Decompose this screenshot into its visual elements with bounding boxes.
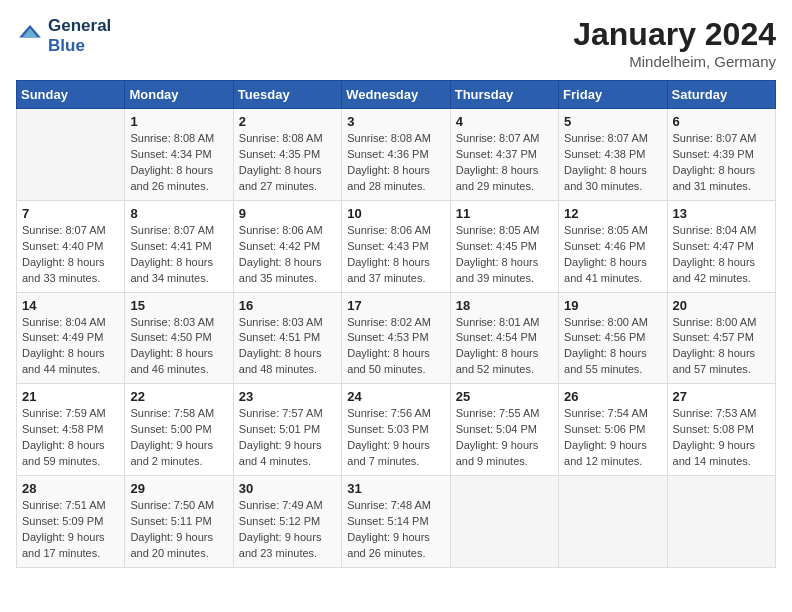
day-detail: Sunrise: 8:00 AMSunset: 4:57 PMDaylight:… [673, 315, 770, 379]
subtitle: Mindelheim, Germany [573, 53, 776, 70]
page-header: General Blue January 2024 Mindelheim, Ge… [16, 16, 776, 70]
day-cell: 19Sunrise: 8:00 AMSunset: 4:56 PMDayligh… [559, 292, 667, 384]
title-block: January 2024 Mindelheim, Germany [573, 16, 776, 70]
day-cell: 15Sunrise: 8:03 AMSunset: 4:50 PMDayligh… [125, 292, 233, 384]
day-cell: 29Sunrise: 7:50 AMSunset: 5:11 PMDayligh… [125, 476, 233, 568]
day-cell: 14Sunrise: 8:04 AMSunset: 4:49 PMDayligh… [17, 292, 125, 384]
day-detail: Sunrise: 8:07 AMSunset: 4:37 PMDaylight:… [456, 131, 553, 195]
day-detail: Sunrise: 8:08 AMSunset: 4:35 PMDaylight:… [239, 131, 336, 195]
week-row-4: 21Sunrise: 7:59 AMSunset: 4:58 PMDayligh… [17, 384, 776, 476]
day-cell: 22Sunrise: 7:58 AMSunset: 5:00 PMDayligh… [125, 384, 233, 476]
day-number: 21 [22, 389, 119, 404]
day-detail: Sunrise: 7:58 AMSunset: 5:00 PMDaylight:… [130, 406, 227, 470]
day-number: 23 [239, 389, 336, 404]
week-row-3: 14Sunrise: 8:04 AMSunset: 4:49 PMDayligh… [17, 292, 776, 384]
day-number: 9 [239, 206, 336, 221]
day-cell: 5Sunrise: 8:07 AMSunset: 4:38 PMDaylight… [559, 109, 667, 201]
day-cell: 2Sunrise: 8:08 AMSunset: 4:35 PMDaylight… [233, 109, 341, 201]
day-number: 3 [347, 114, 444, 129]
day-detail: Sunrise: 8:08 AMSunset: 4:36 PMDaylight:… [347, 131, 444, 195]
day-number: 13 [673, 206, 770, 221]
day-number: 6 [673, 114, 770, 129]
day-detail: Sunrise: 8:08 AMSunset: 4:34 PMDaylight:… [130, 131, 227, 195]
logo: General Blue [16, 16, 111, 55]
day-number: 30 [239, 481, 336, 496]
day-number: 2 [239, 114, 336, 129]
day-detail: Sunrise: 8:07 AMSunset: 4:41 PMDaylight:… [130, 223, 227, 287]
day-detail: Sunrise: 8:03 AMSunset: 4:50 PMDaylight:… [130, 315, 227, 379]
day-detail: Sunrise: 7:49 AMSunset: 5:12 PMDaylight:… [239, 498, 336, 562]
day-number: 20 [673, 298, 770, 313]
col-header-monday: Monday [125, 81, 233, 109]
day-number: 5 [564, 114, 661, 129]
day-number: 4 [456, 114, 553, 129]
day-cell [17, 109, 125, 201]
logo-icon [16, 22, 44, 50]
day-number: 11 [456, 206, 553, 221]
day-number: 29 [130, 481, 227, 496]
day-detail: Sunrise: 8:05 AMSunset: 4:45 PMDaylight:… [456, 223, 553, 287]
day-detail: Sunrise: 8:06 AMSunset: 4:42 PMDaylight:… [239, 223, 336, 287]
day-detail: Sunrise: 7:51 AMSunset: 5:09 PMDaylight:… [22, 498, 119, 562]
day-cell [450, 476, 558, 568]
col-header-saturday: Saturday [667, 81, 775, 109]
day-cell: 24Sunrise: 7:56 AMSunset: 5:03 PMDayligh… [342, 384, 450, 476]
day-detail: Sunrise: 8:00 AMSunset: 4:56 PMDaylight:… [564, 315, 661, 379]
day-number: 14 [22, 298, 119, 313]
day-number: 7 [22, 206, 119, 221]
day-cell: 18Sunrise: 8:01 AMSunset: 4:54 PMDayligh… [450, 292, 558, 384]
col-header-wednesday: Wednesday [342, 81, 450, 109]
logo-text: General Blue [48, 16, 111, 55]
day-number: 18 [456, 298, 553, 313]
day-number: 1 [130, 114, 227, 129]
main-title: January 2024 [573, 16, 776, 53]
day-detail: Sunrise: 8:03 AMSunset: 4:51 PMDaylight:… [239, 315, 336, 379]
day-number: 26 [564, 389, 661, 404]
day-number: 15 [130, 298, 227, 313]
day-number: 16 [239, 298, 336, 313]
day-detail: Sunrise: 8:07 AMSunset: 4:39 PMDaylight:… [673, 131, 770, 195]
col-header-friday: Friday [559, 81, 667, 109]
day-cell: 4Sunrise: 8:07 AMSunset: 4:37 PMDaylight… [450, 109, 558, 201]
day-number: 12 [564, 206, 661, 221]
day-cell: 6Sunrise: 8:07 AMSunset: 4:39 PMDaylight… [667, 109, 775, 201]
day-cell: 9Sunrise: 8:06 AMSunset: 4:42 PMDaylight… [233, 200, 341, 292]
day-cell: 25Sunrise: 7:55 AMSunset: 5:04 PMDayligh… [450, 384, 558, 476]
calendar-table: SundayMondayTuesdayWednesdayThursdayFrid… [16, 80, 776, 568]
day-cell: 1Sunrise: 8:08 AMSunset: 4:34 PMDaylight… [125, 109, 233, 201]
col-header-thursday: Thursday [450, 81, 558, 109]
day-number: 24 [347, 389, 444, 404]
day-number: 28 [22, 481, 119, 496]
day-number: 10 [347, 206, 444, 221]
day-cell: 17Sunrise: 8:02 AMSunset: 4:53 PMDayligh… [342, 292, 450, 384]
day-number: 31 [347, 481, 444, 496]
col-header-sunday: Sunday [17, 81, 125, 109]
day-detail: Sunrise: 7:55 AMSunset: 5:04 PMDaylight:… [456, 406, 553, 470]
day-detail: Sunrise: 7:56 AMSunset: 5:03 PMDaylight:… [347, 406, 444, 470]
day-cell: 31Sunrise: 7:48 AMSunset: 5:14 PMDayligh… [342, 476, 450, 568]
day-cell: 27Sunrise: 7:53 AMSunset: 5:08 PMDayligh… [667, 384, 775, 476]
day-detail: Sunrise: 8:04 AMSunset: 4:49 PMDaylight:… [22, 315, 119, 379]
day-detail: Sunrise: 7:54 AMSunset: 5:06 PMDaylight:… [564, 406, 661, 470]
day-detail: Sunrise: 7:48 AMSunset: 5:14 PMDaylight:… [347, 498, 444, 562]
day-number: 19 [564, 298, 661, 313]
day-cell: 16Sunrise: 8:03 AMSunset: 4:51 PMDayligh… [233, 292, 341, 384]
day-number: 17 [347, 298, 444, 313]
day-detail: Sunrise: 8:07 AMSunset: 4:38 PMDaylight:… [564, 131, 661, 195]
day-cell: 8Sunrise: 8:07 AMSunset: 4:41 PMDaylight… [125, 200, 233, 292]
day-number: 8 [130, 206, 227, 221]
week-row-5: 28Sunrise: 7:51 AMSunset: 5:09 PMDayligh… [17, 476, 776, 568]
week-row-2: 7Sunrise: 8:07 AMSunset: 4:40 PMDaylight… [17, 200, 776, 292]
day-detail: Sunrise: 8:02 AMSunset: 4:53 PMDaylight:… [347, 315, 444, 379]
day-cell: 10Sunrise: 8:06 AMSunset: 4:43 PMDayligh… [342, 200, 450, 292]
day-detail: Sunrise: 8:01 AMSunset: 4:54 PMDaylight:… [456, 315, 553, 379]
day-detail: Sunrise: 8:06 AMSunset: 4:43 PMDaylight:… [347, 223, 444, 287]
day-cell [559, 476, 667, 568]
day-number: 25 [456, 389, 553, 404]
day-cell: 12Sunrise: 8:05 AMSunset: 4:46 PMDayligh… [559, 200, 667, 292]
day-number: 27 [673, 389, 770, 404]
day-cell: 11Sunrise: 8:05 AMSunset: 4:45 PMDayligh… [450, 200, 558, 292]
day-detail: Sunrise: 8:05 AMSunset: 4:46 PMDaylight:… [564, 223, 661, 287]
column-headers: SundayMondayTuesdayWednesdayThursdayFrid… [17, 81, 776, 109]
day-cell: 20Sunrise: 8:00 AMSunset: 4:57 PMDayligh… [667, 292, 775, 384]
